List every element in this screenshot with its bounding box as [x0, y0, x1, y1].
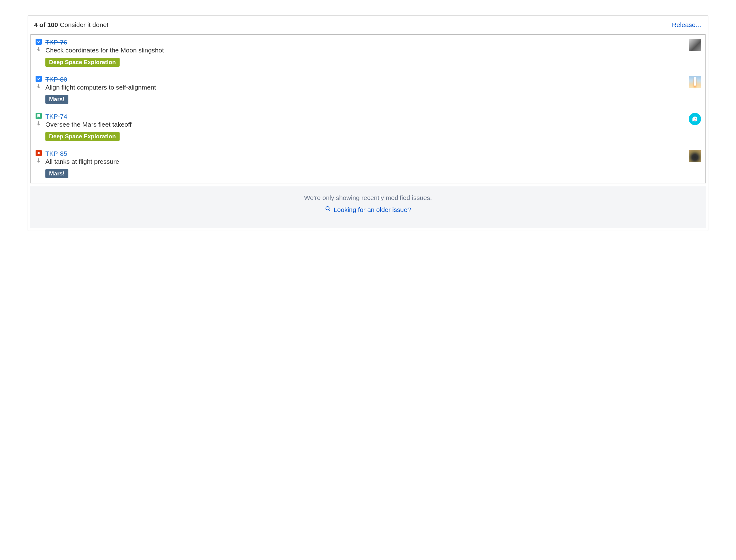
issue-icons — [35, 76, 42, 89]
priority-low-icon — [36, 158, 41, 163]
issue-content: TKP-74 Oversee the Mars fleet takeoff De… — [42, 113, 686, 141]
issue-key[interactable]: TKP-74 — [45, 113, 686, 120]
search-icon — [325, 206, 331, 213]
issue-row[interactable]: TKP-85 All tanks at flight pressure Mars… — [31, 146, 705, 183]
footer-text: We're only showing recently modified iss… — [30, 194, 706, 201]
assignee-avatar[interactable] — [689, 150, 701, 162]
older-issue-label: Looking for an older issue? — [334, 206, 411, 213]
priority-low-icon — [36, 121, 41, 126]
task-icon — [36, 76, 42, 82]
epic-tag[interactable]: Mars! — [45, 169, 68, 178]
priority-low-icon — [36, 47, 41, 52]
svg-point-2 — [38, 152, 40, 154]
issue-icons — [35, 113, 42, 126]
header-title: 4 of 100 Consider it done! — [34, 21, 109, 29]
older-issue-link[interactable]: Looking for an older issue? — [325, 206, 411, 213]
issue-row[interactable]: TKP-80 Align flight computers to self-al… — [31, 72, 705, 109]
story-icon — [36, 113, 42, 119]
svg-point-0 — [694, 118, 694, 119]
assignee-avatar[interactable] — [689, 76, 701, 88]
issue-summary: Oversee the Mars fleet takeoff — [45, 121, 686, 128]
issue-row[interactable]: TKP-76 Check coordinates for the Moon sl… — [31, 34, 705, 72]
priority-low-icon — [36, 84, 41, 89]
epic-tag[interactable]: Mars! — [45, 95, 68, 104]
footer-info: We're only showing recently modified iss… — [30, 186, 706, 228]
release-button[interactable]: Release… — [672, 21, 702, 29]
panel-header: 4 of 100 Consider it done! Release… — [28, 16, 708, 34]
task-icon — [36, 39, 42, 45]
issue-summary: Check coordinates for the Moon slingshot — [45, 47, 686, 54]
epic-tag[interactable]: Deep Space Exploration — [45, 132, 120, 141]
issue-summary: Align flight computers to self-alignment — [45, 84, 686, 91]
svg-point-1 — [696, 118, 696, 119]
issue-icons — [35, 150, 42, 163]
issues-panel: 4 of 100 Consider it done! Release… TKP-… — [28, 15, 708, 231]
epic-tag[interactable]: Deep Space Exploration — [45, 58, 120, 67]
issue-row[interactable]: TKP-74 Oversee the Mars fleet takeoff De… — [31, 109, 705, 146]
issue-key[interactable]: TKP-76 — [45, 39, 686, 46]
issue-content: TKP-76 Check coordinates for the Moon sl… — [42, 39, 686, 67]
issue-tags: Deep Space Exploration — [45, 58, 686, 67]
issues-list: TKP-76 Check coordinates for the Moon sl… — [30, 34, 706, 183]
issue-tags: Mars! — [45, 95, 686, 104]
issue-count: 4 of 100 — [34, 21, 58, 28]
bug-icon — [36, 150, 42, 156]
issue-icons — [35, 39, 42, 52]
issue-tags: Deep Space Exploration — [45, 132, 686, 141]
issue-tags: Mars! — [45, 169, 686, 178]
header-message: Consider it done! — [60, 21, 109, 28]
assignee-avatar[interactable] — [689, 113, 701, 125]
assignee-avatar[interactable] — [689, 39, 701, 51]
issue-content: TKP-85 All tanks at flight pressure Mars… — [42, 150, 686, 178]
issue-content: TKP-80 Align flight computers to self-al… — [42, 76, 686, 104]
issue-key[interactable]: TKP-85 — [45, 150, 686, 157]
issue-summary: All tanks at flight pressure — [45, 158, 686, 165]
issue-key[interactable]: TKP-80 — [45, 76, 686, 83]
